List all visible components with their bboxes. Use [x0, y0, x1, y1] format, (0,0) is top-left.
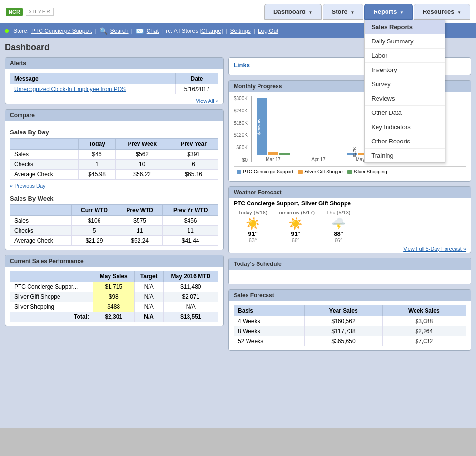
dropdown-item-labor[interactable]: Labor: [365, 49, 445, 63]
col-prev-year: Prev Year: [169, 139, 218, 150]
alerts-col-date: Date: [176, 73, 218, 84]
change-region-link[interactable]: Change: [201, 28, 221, 34]
legend-label-silver-shop: Silver Shopping: [354, 169, 387, 174]
weather-card: Weather Forecast PTC Concierge Support, …: [228, 186, 471, 253]
todays-schedule-header: Today's Schedule: [229, 258, 471, 270]
tab-reports[interactable]: Reports ▼: [364, 4, 413, 20]
legend-silver-shop: Silver Shopping: [347, 169, 387, 174]
current-sales-header: Current Sales Performance: [5, 255, 223, 267]
col-prev-week: Prev Week: [116, 139, 169, 150]
bar-label-apr17: Apr 17: [311, 157, 325, 162]
bar-mar17-silver-shop: [279, 153, 290, 155]
dropdown-item-inventory[interactable]: Inventory: [365, 63, 445, 77]
sales-by-week-table: Curr WTD Prev WTD Prev Yr WTD Sales $106…: [10, 204, 218, 246]
dropdown-item-key-indicators[interactable]: Key Indicators: [365, 120, 445, 134]
reports-arrow-icon: ▼: [400, 10, 404, 15]
col-may-sales: May Sales: [93, 271, 134, 282]
table-row: Average Check $45.98 $56.22 $65.16: [10, 170, 218, 180]
online-indicator: [5, 29, 9, 33]
compare-card: Compare Sales By Day Today Prev Week Pre…: [5, 109, 224, 250]
forecast-col-week: Week Sales: [382, 305, 466, 316]
todays-schedule-card: Today's Schedule: [228, 258, 471, 284]
dropdown-item-training[interactable]: Training: [365, 149, 445, 162]
weather-day-thu: Thu (5/18) 🌩️ 88° 66°: [319, 210, 357, 243]
dropdown-item-sales-reports[interactable]: Sales Reports: [365, 20, 445, 34]
dropdown-item-survey[interactable]: Survey: [365, 77, 445, 91]
search-link[interactable]: Search: [110, 28, 129, 34]
chat-link[interactable]: Chat: [147, 28, 159, 34]
legend-dot-silver-shop: [347, 170, 352, 174]
legend-dot-ptc: [237, 170, 241, 174]
sales-by-day-table: Today Prev Week Prev Year Sales $46 $562: [10, 138, 218, 180]
schedule-body: [229, 270, 471, 284]
alert-message[interactable]: Unrecognized Clock-In Employee from POS: [10, 84, 176, 94]
weather-day-today: Today (5/16) ☀️ 91° 63°: [234, 210, 272, 243]
alerts-header: Alerts: [5, 58, 223, 69]
search-icon: 🔍: [99, 27, 108, 35]
current-sales-card: Current Sales Performance May Sales Targ…: [5, 255, 224, 326]
bar-label-mar17: Mar 17: [266, 157, 280, 162]
weather-days: Today (5/16) ☀️ 91° 63° Tomorrow (5/17) …: [229, 208, 471, 245]
table-row: Unrecognized Clock-In Employee from POS …: [10, 84, 218, 94]
previous-day-link[interactable]: « Previous Day: [10, 183, 46, 189]
legend-ptc: PTC Concierge Support: [237, 169, 293, 174]
current-sales-table: May Sales Target May 2016 MTD PTC Concie…: [10, 271, 218, 322]
alert-date: 5/16/2017: [176, 84, 218, 94]
bar-mar17-ptc: $256.1K: [257, 98, 267, 155]
legend-dot-silver-gift: [298, 170, 303, 174]
weather-header: Weather Forecast: [229, 187, 471, 198]
store-label: Store:: [13, 28, 29, 34]
dropdown-item-other-data[interactable]: Other Data: [365, 106, 445, 120]
table-row: Average Check $21.29 $52.24 $41.44: [10, 236, 218, 246]
view-forecast-link[interactable]: View Full 5-Day Forecast »: [229, 245, 471, 253]
legend-label-silver-gift: Silver Gift Shoppe: [304, 169, 343, 174]
dropdown-item-daily-summary[interactable]: Daily Summary: [365, 34, 445, 49]
dashboard-arrow-icon: ▼: [309, 10, 313, 15]
weather-store: PTC Concierge Support, Silver Gift Shopp…: [229, 198, 471, 208]
table-row: PTC Concierge Suppor... $1,715 N/A $11,4…: [10, 282, 218, 292]
col-prev-yr-wtd: Prev Yr WTD: [163, 205, 218, 216]
sales-forecast-table: Basis Year Sales Week Sales 4 Weeks $160…: [234, 305, 466, 346]
y-label-0: $0: [234, 157, 248, 162]
legend-label-ptc: PTC Concierge Support: [243, 169, 293, 174]
legend-silver-gift: Silver Gift Shoppe: [298, 169, 343, 174]
store-name-link[interactable]: PTC Concierge Support: [31, 28, 92, 34]
bar-may17-ptc: $1.7K: [347, 153, 357, 155]
y-label-180k: $180K: [234, 121, 248, 126]
sales-by-week-title: Sales By Week: [10, 195, 218, 202]
sales-forecast-card: Sales Forecast Basis Year Sales Week Sal…: [228, 289, 471, 351]
weather-day-tomorrow: Tomorrow (5/17) ☀️ 91° 66°: [277, 210, 315, 243]
col-may2016: May 2016 MTD: [163, 271, 218, 282]
tab-resources[interactable]: Resources ▼: [414, 4, 470, 20]
table-row: Sales $106 $575 $456: [10, 216, 218, 226]
col-curr-wtd: Curr WTD: [71, 205, 117, 216]
col-today: Today: [79, 139, 116, 150]
dropdown-item-reviews[interactable]: Reviews: [365, 91, 445, 106]
logo-area: NCR SILVER: [6, 8, 54, 16]
y-label-240k: $240K: [234, 108, 248, 113]
reports-dropdown: Sales Reports Daily Summary Labor Invent…: [364, 20, 445, 163]
forecast-col-basis: Basis: [234, 305, 305, 316]
dropdown-item-other-reports[interactable]: Other Reports: [365, 134, 445, 149]
region-info: re: All Stores [Change]: [166, 28, 223, 34]
bar-group-mar17: $256.1K Mar 17: [257, 95, 290, 162]
tab-dashboard[interactable]: Dashboard ▼: [264, 4, 321, 20]
alerts-card: Alerts Message Date Unreco: [5, 57, 224, 104]
col-target: Target: [134, 271, 163, 282]
logout-link[interactable]: Log Out: [258, 28, 278, 34]
y-label-300k: $300K: [234, 96, 248, 101]
chat-icon: ✉️: [136, 27, 144, 35]
total-row: Total: $2,301 N/A $13,551: [10, 312, 218, 322]
settings-link[interactable]: Settings: [230, 28, 250, 34]
table-row: Checks 1 10 6: [10, 160, 218, 170]
table-row: Silver Gift Shoppe $98 N/A $2,071: [10, 292, 218, 302]
tab-store[interactable]: Store ▼: [323, 4, 364, 20]
view-all-alerts-link[interactable]: View All »: [196, 98, 219, 104]
table-row: 8 Weeks $117,738 $2,264: [234, 326, 466, 336]
silver-logo: SILVER: [26, 8, 54, 16]
forecast-col-year: Year Sales: [305, 305, 382, 316]
sales-by-day-title: Sales By Day: [10, 129, 218, 136]
bar-group-apr17: Apr 17: [302, 95, 335, 162]
col-prev-wtd: Prev WTD: [117, 205, 163, 216]
store-arrow-icon: ▼: [350, 10, 354, 15]
